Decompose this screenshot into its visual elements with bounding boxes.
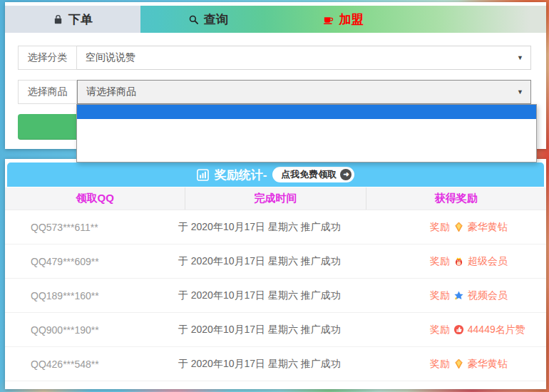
header-claim-qq: 领取QQ: [5, 187, 185, 210]
table-row: QQ573***611** 于 2020年10月17日 星期六 推广成功 奖励 …: [5, 210, 546, 244]
cell-reward: 奖励 视频会员: [430, 289, 546, 302]
cell-claim-qq: QQ426***548**: [5, 359, 178, 370]
search-icon: [188, 14, 199, 25]
arrow-right-icon: ➜: [340, 169, 352, 180]
tab-order[interactable]: 下单: [5, 6, 140, 33]
product-dropdown-list: [76, 104, 537, 163]
order-panel: 下单 查询 加盟 选择分类 空间说说赞 ▼ 选择商品 请选择商品 ▼: [5, 2, 546, 149]
bag-icon: [53, 14, 63, 25]
product-select[interactable]: 请选择商品 ▼: [77, 80, 531, 104]
cell-reward: 奖励 超级会员: [430, 255, 546, 268]
bar-chart-icon: [197, 169, 209, 181]
yellow-diamond-icon: [453, 222, 464, 232]
category-select[interactable]: 空间说说赞 ▼: [77, 46, 531, 70]
table-row: QQ900***190** 于 2020年10月17日 星期六 推广成功 奖励 …: [5, 313, 546, 347]
dropdown-option[interactable]: [77, 148, 536, 162]
cell-finish-time: 于 2020年10月17日 星期六 推广成功: [178, 289, 430, 302]
category-row: 选择分类 空间说说赞 ▼: [18, 46, 531, 70]
product-label: 选择商品: [18, 80, 77, 104]
table-row: QQ189***160** 于 2020年10月17日 星期六 推广成功 奖励 …: [5, 279, 546, 313]
tab-query[interactable]: 查询: [140, 6, 276, 33]
reward-prefix: 奖励: [430, 289, 450, 302]
dropdown-option[interactable]: [77, 119, 536, 133]
reward-prefix: 奖励: [430, 358, 450, 371]
thumbs-up-icon: [453, 324, 464, 335]
reward-prefix: 奖励: [430, 324, 450, 336]
blue-star-icon: [453, 290, 464, 301]
product-row: 选择商品 请选择商品 ▼: [18, 80, 531, 104]
chevron-down-icon: ▼: [517, 54, 523, 61]
svip-penguin-icon: [453, 256, 464, 267]
cup-icon: [323, 14, 334, 25]
claim-free-label: 点我免费领取: [281, 168, 337, 181]
dropdown-option[interactable]: [77, 105, 536, 119]
reward-prefix: 奖励: [430, 221, 450, 234]
reward-prefix: 奖励: [430, 255, 450, 268]
cell-finish-time: 于 2020年10月17日 星期六 推广成功: [178, 255, 430, 268]
cell-finish-time: 于 2020年10月17日 星期六 推广成功: [178, 358, 430, 371]
header-finish-time: 完成时间: [185, 187, 365, 210]
dropdown-option[interactable]: [77, 133, 536, 148]
cell-reward: 奖励 豪华黄钻: [430, 221, 546, 234]
reward-name: 超级会员: [468, 255, 508, 268]
tab-join[interactable]: 加盟: [276, 6, 411, 33]
reward-stats-panel: 奖励统计- 点我免费领取 ➜ 领取QQ 完成时间 获得奖励 QQ573***61…: [5, 159, 546, 389]
claim-free-button[interactable]: 点我免费领取 ➜: [272, 167, 354, 182]
tab-bar: 下单 查询 加盟: [5, 6, 546, 33]
reward-stats-banner: 奖励统计- 点我免费领取 ➜: [7, 163, 544, 187]
yellow-diamond-icon: [453, 359, 464, 369]
cell-finish-time: 于 2020年10月17日 星期六 推广成功: [178, 324, 430, 336]
header-reward: 获得奖励: [366, 187, 546, 210]
table-row: QQ426***548** 于 2020年10月17日 星期六 推广成功 奖励 …: [5, 347, 546, 381]
category-label: 选择分类: [18, 46, 77, 70]
reward-name: 44449名片赞: [468, 324, 525, 336]
cell-claim-qq: QQ900***190**: [5, 324, 178, 336]
reward-name: 视频会员: [468, 289, 508, 302]
stats-table-header: 领取QQ 完成时间 获得奖励: [5, 187, 546, 210]
stats-table-body: QQ573***611** 于 2020年10月17日 星期六 推广成功 奖励 …: [5, 210, 546, 381]
cell-reward: 奖励 44449名片赞: [430, 324, 546, 336]
product-select-value: 请选择商品: [86, 86, 136, 98]
reward-stats-title: 奖励统计-: [215, 167, 267, 183]
cell-claim-qq: QQ479***609**: [5, 256, 178, 267]
cell-reward: 奖励 豪华黄钻: [430, 358, 546, 371]
page: 下单 查询 加盟 选择分类 空间说说赞 ▼ 选择商品 请选择商品 ▼ 奖励统计: [0, 0, 549, 392]
chevron-down-icon: ▼: [517, 88, 523, 96]
cell-claim-qq: QQ189***160**: [5, 290, 178, 301]
reward-name: 豪华黄钻: [468, 358, 508, 371]
reward-name: 豪华黄钻: [468, 221, 508, 234]
category-select-value: 空间说说赞: [86, 51, 135, 64]
table-row: QQ479***609** 于 2020年10月17日 星期六 推广成功 奖励 …: [5, 244, 546, 279]
cell-finish-time: 于 2020年10月17日 星期六 推广成功: [178, 221, 430, 234]
cell-claim-qq: QQ573***611**: [5, 222, 178, 233]
